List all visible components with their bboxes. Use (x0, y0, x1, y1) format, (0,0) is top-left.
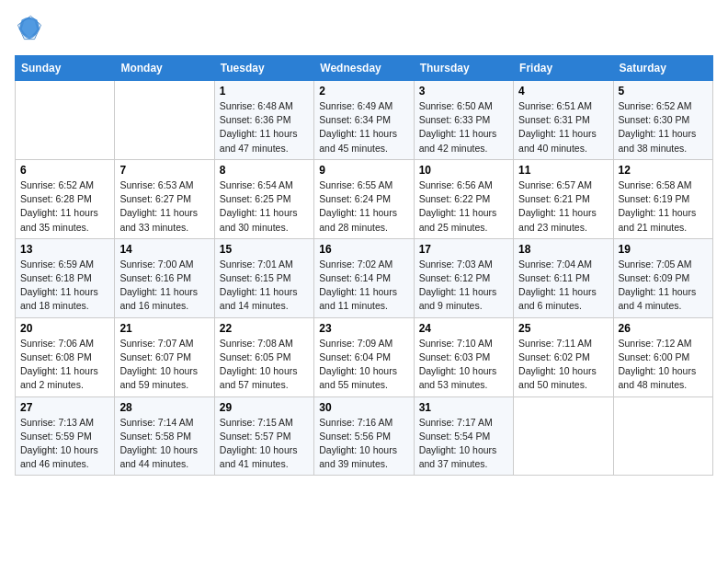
day-number: 27 (20, 401, 109, 414)
day-info: Sunrise: 6:52 AM Sunset: 6:30 PM Dayligh… (619, 99, 708, 155)
day-number: 14 (119, 243, 209, 256)
calendar-cell: 8Sunrise: 6:54 AM Sunset: 6:25 PM Daylig… (214, 159, 313, 238)
day-number: 19 (619, 243, 708, 256)
calendar-cell: 17Sunrise: 7:03 AM Sunset: 6:12 PM Dayli… (414, 238, 513, 317)
column-header-monday: Monday (115, 56, 214, 81)
day-info: Sunrise: 6:48 AM Sunset: 6:36 PM Dayligh… (220, 99, 309, 155)
calendar-cell: 6Sunrise: 6:52 AM Sunset: 6:28 PM Daylig… (16, 159, 115, 238)
day-number: 25 (518, 322, 608, 335)
day-number: 23 (319, 322, 408, 335)
day-info: Sunrise: 6:59 AM Sunset: 6:18 PM Dayligh… (20, 258, 109, 314)
day-number: 13 (20, 243, 109, 256)
logo (15, 15, 42, 44)
day-number: 30 (319, 401, 408, 414)
calendar-week-row: 13Sunrise: 6:59 AM Sunset: 6:18 PM Dayli… (16, 238, 713, 317)
calendar-cell: 11Sunrise: 6:57 AM Sunset: 6:21 PM Dayli… (514, 159, 613, 238)
column-header-friday: Friday (514, 56, 613, 81)
calendar-cell: 13Sunrise: 6:59 AM Sunset: 6:18 PM Dayli… (16, 238, 115, 317)
day-number: 28 (119, 401, 209, 414)
calendar-cell (16, 81, 115, 160)
day-info: Sunrise: 6:49 AM Sunset: 6:34 PM Dayligh… (319, 99, 408, 155)
day-info: Sunrise: 7:01 AM Sunset: 6:15 PM Dayligh… (220, 258, 309, 314)
day-info: Sunrise: 7:09 AM Sunset: 6:04 PM Dayligh… (319, 337, 408, 393)
day-number: 26 (619, 322, 708, 335)
calendar-cell: 30Sunrise: 7:16 AM Sunset: 5:56 PM Dayli… (314, 396, 414, 476)
calendar-cell: 24Sunrise: 7:10 AM Sunset: 6:03 PM Dayli… (414, 317, 513, 396)
day-info: Sunrise: 7:03 AM Sunset: 6:12 PM Dayligh… (419, 258, 508, 314)
column-header-thursday: Thursday (414, 56, 513, 81)
day-info: Sunrise: 7:00 AM Sunset: 6:16 PM Dayligh… (119, 258, 209, 314)
calendar-cell: 12Sunrise: 6:58 AM Sunset: 6:19 PM Dayli… (613, 159, 712, 238)
calendar-cell: 5Sunrise: 6:52 AM Sunset: 6:30 PM Daylig… (613, 81, 712, 160)
calendar-cell (613, 396, 712, 476)
calendar-cell: 27Sunrise: 7:13 AM Sunset: 5:59 PM Dayli… (16, 396, 115, 476)
day-info: Sunrise: 7:12 AM Sunset: 6:00 PM Dayligh… (619, 337, 708, 393)
logo-icon (17, 15, 42, 40)
calendar-cell: 15Sunrise: 7:01 AM Sunset: 6:15 PM Dayli… (214, 238, 313, 317)
calendar-cell: 22Sunrise: 7:08 AM Sunset: 6:05 PM Dayli… (214, 317, 313, 396)
day-number: 24 (419, 322, 508, 335)
day-number: 7 (119, 164, 209, 177)
day-number: 31 (419, 401, 508, 414)
calendar-cell: 1Sunrise: 6:48 AM Sunset: 6:36 PM Daylig… (214, 81, 313, 160)
day-number: 22 (220, 322, 309, 335)
calendar-week-row: 20Sunrise: 7:06 AM Sunset: 6:08 PM Dayli… (16, 317, 713, 396)
calendar-week-row: 27Sunrise: 7:13 AM Sunset: 5:59 PM Dayli… (16, 396, 713, 476)
calendar-week-row: 6Sunrise: 6:52 AM Sunset: 6:28 PM Daylig… (16, 159, 713, 238)
day-number: 17 (419, 243, 508, 256)
calendar-week-row: 1Sunrise: 6:48 AM Sunset: 6:36 PM Daylig… (16, 81, 713, 160)
day-info: Sunrise: 6:56 AM Sunset: 6:22 PM Dayligh… (419, 178, 508, 235)
calendar-cell (514, 396, 613, 476)
day-info: Sunrise: 7:06 AM Sunset: 6:08 PM Dayligh… (20, 337, 109, 393)
day-info: Sunrise: 7:07 AM Sunset: 6:07 PM Dayligh… (119, 337, 209, 393)
day-info: Sunrise: 7:13 AM Sunset: 5:59 PM Dayligh… (20, 416, 109, 472)
day-info: Sunrise: 7:11 AM Sunset: 6:02 PM Dayligh… (518, 337, 608, 393)
calendar-header-row: SundayMondayTuesdayWednesdayThursdayFrid… (16, 56, 713, 81)
day-info: Sunrise: 7:16 AM Sunset: 5:56 PM Dayligh… (319, 416, 408, 472)
calendar-cell: 16Sunrise: 7:02 AM Sunset: 6:14 PM Dayli… (314, 238, 414, 317)
day-number: 12 (619, 164, 708, 177)
calendar-cell: 25Sunrise: 7:11 AM Sunset: 6:02 PM Dayli… (514, 317, 613, 396)
day-info: Sunrise: 6:50 AM Sunset: 6:33 PM Dayligh… (419, 99, 508, 155)
day-info: Sunrise: 7:10 AM Sunset: 6:03 PM Dayligh… (419, 337, 508, 393)
calendar-cell: 18Sunrise: 7:04 AM Sunset: 6:11 PM Dayli… (514, 238, 613, 317)
calendar-cell: 2Sunrise: 6:49 AM Sunset: 6:34 PM Daylig… (314, 81, 414, 160)
day-info: Sunrise: 6:57 AM Sunset: 6:21 PM Dayligh… (518, 178, 608, 235)
calendar-cell: 10Sunrise: 6:56 AM Sunset: 6:22 PM Dayli… (414, 159, 513, 238)
day-number: 1 (220, 85, 309, 98)
day-number: 4 (518, 85, 608, 98)
day-number: 6 (20, 164, 109, 177)
calendar-cell: 26Sunrise: 7:12 AM Sunset: 6:00 PM Dayli… (613, 317, 712, 396)
day-info: Sunrise: 7:05 AM Sunset: 6:09 PM Dayligh… (619, 258, 708, 314)
day-info: Sunrise: 6:53 AM Sunset: 6:27 PM Dayligh… (119, 178, 209, 235)
day-number: 9 (319, 164, 408, 177)
day-info: Sunrise: 7:02 AM Sunset: 6:14 PM Dayligh… (319, 258, 408, 314)
day-number: 3 (419, 85, 508, 98)
calendar-cell: 21Sunrise: 7:07 AM Sunset: 6:07 PM Dayli… (115, 317, 214, 396)
day-info: Sunrise: 7:14 AM Sunset: 5:58 PM Dayligh… (119, 416, 209, 472)
calendar-cell: 31Sunrise: 7:17 AM Sunset: 5:54 PM Dayli… (414, 396, 513, 476)
calendar-cell: 3Sunrise: 6:50 AM Sunset: 6:33 PM Daylig… (414, 81, 513, 160)
day-number: 8 (220, 164, 309, 177)
day-info: Sunrise: 7:15 AM Sunset: 5:57 PM Dayligh… (220, 416, 309, 472)
calendar-cell: 14Sunrise: 7:00 AM Sunset: 6:16 PM Dayli… (115, 238, 214, 317)
day-number: 5 (619, 85, 708, 98)
day-info: Sunrise: 7:08 AM Sunset: 6:05 PM Dayligh… (220, 337, 309, 393)
day-info: Sunrise: 6:51 AM Sunset: 6:31 PM Dayligh… (518, 99, 608, 155)
page-header (15, 15, 713, 44)
day-number: 2 (319, 85, 408, 98)
day-number: 15 (220, 243, 309, 256)
day-info: Sunrise: 6:55 AM Sunset: 6:24 PM Dayligh… (319, 178, 408, 235)
calendar-table: SundayMondayTuesdayWednesdayThursdayFrid… (15, 55, 713, 476)
calendar-cell: 28Sunrise: 7:14 AM Sunset: 5:58 PM Dayli… (115, 396, 214, 476)
column-header-wednesday: Wednesday (314, 56, 414, 81)
calendar-cell: 23Sunrise: 7:09 AM Sunset: 6:04 PM Dayli… (314, 317, 414, 396)
column-header-sunday: Sunday (16, 56, 115, 81)
day-number: 20 (20, 322, 109, 335)
day-number: 10 (419, 164, 508, 177)
day-info: Sunrise: 7:04 AM Sunset: 6:11 PM Dayligh… (518, 258, 608, 314)
day-info: Sunrise: 6:58 AM Sunset: 6:19 PM Dayligh… (619, 178, 708, 235)
day-info: Sunrise: 6:52 AM Sunset: 6:28 PM Dayligh… (20, 178, 109, 235)
day-number: 29 (220, 401, 309, 414)
calendar-cell: 20Sunrise: 7:06 AM Sunset: 6:08 PM Dayli… (16, 317, 115, 396)
